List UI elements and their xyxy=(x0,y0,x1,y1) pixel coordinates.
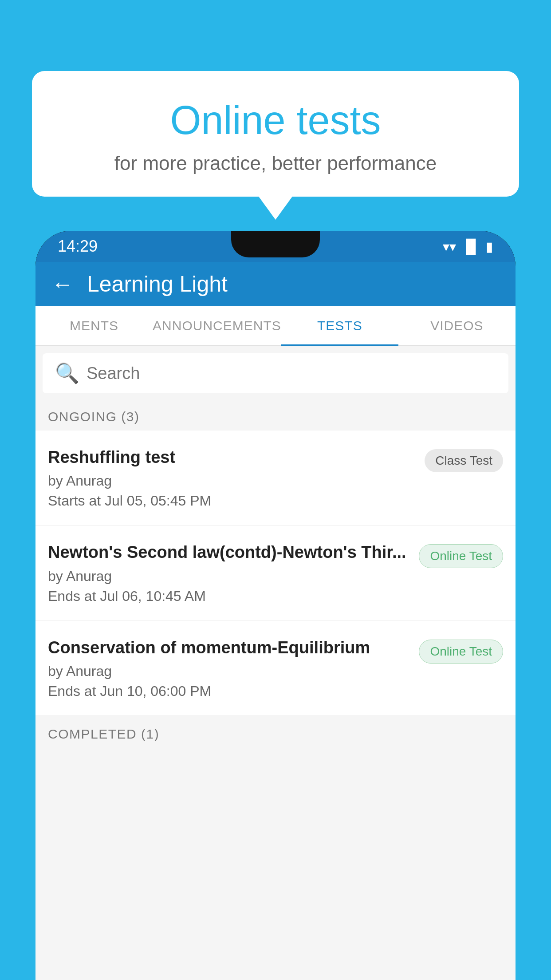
test-item[interactable]: Conservation of momentum-Equilibrium by … xyxy=(35,621,516,716)
signal-icon: ▐▌ xyxy=(461,239,480,254)
tabs-bar: MENTS ANNOUNCEMENTS TESTS VIDEOS xyxy=(35,306,516,346)
tab-ments[interactable]: MENTS xyxy=(35,306,153,345)
test-list: Reshuffling test by Anurag Starts at Jul… xyxy=(35,431,516,716)
status-bar: 14:29 ▾▾ ▐▌ ▮ xyxy=(35,231,516,262)
bubble-title: Online tests xyxy=(50,98,501,143)
bubble-subtitle: for more practice, better performance xyxy=(50,152,501,174)
test-time-3: Ends at Jun 10, 06:00 PM xyxy=(48,683,410,699)
ongoing-section-header: ONGOING (3) xyxy=(35,400,516,431)
speech-bubble: Online tests for more practice, better p… xyxy=(32,71,519,197)
status-icons: ▾▾ ▐▌ ▮ xyxy=(443,239,493,254)
search-bar[interactable]: 🔍 xyxy=(43,353,508,393)
test-badge-3: Online Test xyxy=(419,640,503,664)
back-button[interactable]: ← xyxy=(51,271,74,297)
test-badge-2: Online Test xyxy=(419,544,503,568)
test-info-3: Conservation of momentum-Equilibrium by … xyxy=(48,637,419,699)
test-info-1: Reshuffling test by Anurag Starts at Jul… xyxy=(48,447,425,509)
wifi-icon: ▾▾ xyxy=(443,239,456,254)
test-item[interactable]: Newton's Second law(contd)-Newton's Thir… xyxy=(35,526,516,620)
search-icon: 🔍 xyxy=(55,362,79,385)
test-item[interactable]: Reshuffling test by Anurag Starts at Jul… xyxy=(35,431,516,526)
status-time: 14:29 xyxy=(58,237,98,256)
app-header: ← Learning Light xyxy=(35,262,516,306)
test-author-1: by Anurag xyxy=(48,473,416,489)
test-name-1: Reshuffling test xyxy=(48,447,416,468)
battery-icon: ▮ xyxy=(486,239,493,254)
search-input[interactable] xyxy=(87,364,496,383)
test-time-2: Ends at Jul 06, 10:45 AM xyxy=(48,588,410,605)
test-name-3: Conservation of momentum-Equilibrium xyxy=(48,637,410,659)
tab-announcements[interactable]: ANNOUNCEMENTS xyxy=(153,306,281,345)
inner-phone: 14:29 ▾▾ ▐▌ ▮ ← Learning Light MENTS ANN… xyxy=(35,231,516,980)
app-title: Learning Light xyxy=(87,271,228,297)
phone-frame: 14:29 ▾▾ ▐▌ ▮ ← Learning Light MENTS ANN… xyxy=(35,231,516,980)
notch xyxy=(231,231,320,257)
tab-videos[interactable]: VIDEOS xyxy=(398,306,516,345)
test-badge-1: Class Test xyxy=(425,449,503,472)
test-name-2: Newton's Second law(contd)-Newton's Thir… xyxy=(48,541,410,563)
test-author-3: by Anurag xyxy=(48,663,410,680)
completed-section-header: COMPLETED (1) xyxy=(35,716,516,748)
screen-content: 🔍 ONGOING (3) Reshuffling test by Anurag… xyxy=(35,346,516,980)
test-time-1: Starts at Jul 05, 05:45 PM xyxy=(48,493,416,509)
test-author-2: by Anurag xyxy=(48,568,410,585)
test-info-2: Newton's Second law(contd)-Newton's Thir… xyxy=(48,541,419,604)
tab-tests[interactable]: TESTS xyxy=(281,306,398,345)
